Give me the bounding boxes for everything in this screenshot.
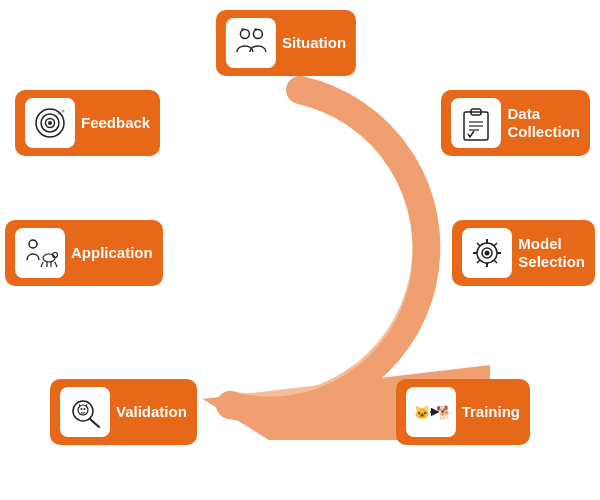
diagram-container: ♥ ♥ Situation Data Collection bbox=[0, 0, 600, 500]
validation-label: Validation bbox=[116, 403, 187, 421]
step-training: 🐱 🐕 Training bbox=[396, 379, 530, 445]
svg-point-44 bbox=[62, 110, 65, 113]
step-application: Application bbox=[5, 220, 163, 286]
svg-text:♥: ♥ bbox=[254, 26, 257, 32]
step-data-collection: Data Collection bbox=[441, 90, 590, 156]
step-validation: Validation bbox=[50, 379, 197, 445]
svg-line-35 bbox=[41, 262, 43, 267]
data-collection-icon bbox=[451, 98, 501, 148]
svg-text:🐱: 🐱 bbox=[414, 404, 431, 421]
svg-point-42 bbox=[48, 121, 52, 125]
svg-point-30 bbox=[81, 408, 83, 410]
svg-line-26 bbox=[90, 419, 99, 427]
training-icon: 🐱 🐕 bbox=[406, 387, 456, 437]
validation-icon bbox=[60, 387, 110, 437]
feedback-icon bbox=[25, 98, 75, 148]
svg-line-19 bbox=[477, 260, 480, 263]
svg-point-32 bbox=[29, 240, 37, 248]
svg-point-31 bbox=[84, 408, 86, 410]
model-selection-label: Model Selection bbox=[518, 235, 585, 271]
svg-line-16 bbox=[477, 243, 480, 246]
model-selection-icon bbox=[462, 228, 512, 278]
svg-line-28 bbox=[79, 404, 80, 406]
application-icon bbox=[15, 228, 65, 278]
svg-line-17 bbox=[494, 260, 497, 263]
svg-line-29 bbox=[86, 404, 87, 406]
svg-text:♥: ♥ bbox=[241, 26, 244, 32]
svg-line-18 bbox=[494, 243, 497, 246]
training-label: Training bbox=[462, 403, 520, 421]
feedback-label: Feedback bbox=[81, 114, 150, 132]
step-feedback: Feedback bbox=[15, 90, 160, 156]
step-model-selection: Model Selection bbox=[452, 220, 595, 286]
svg-line-38 bbox=[55, 262, 57, 267]
svg-point-43 bbox=[58, 112, 61, 115]
svg-point-20 bbox=[485, 251, 490, 256]
situation-label: Situation bbox=[282, 34, 346, 52]
svg-point-33 bbox=[43, 254, 55, 262]
data-collection-label: Data Collection bbox=[507, 105, 580, 141]
situation-icon: ♥ ♥ bbox=[226, 18, 276, 68]
svg-text:🐕: 🐕 bbox=[436, 404, 450, 421]
step-situation: ♥ ♥ Situation bbox=[216, 10, 356, 76]
application-label: Application bbox=[71, 244, 153, 262]
